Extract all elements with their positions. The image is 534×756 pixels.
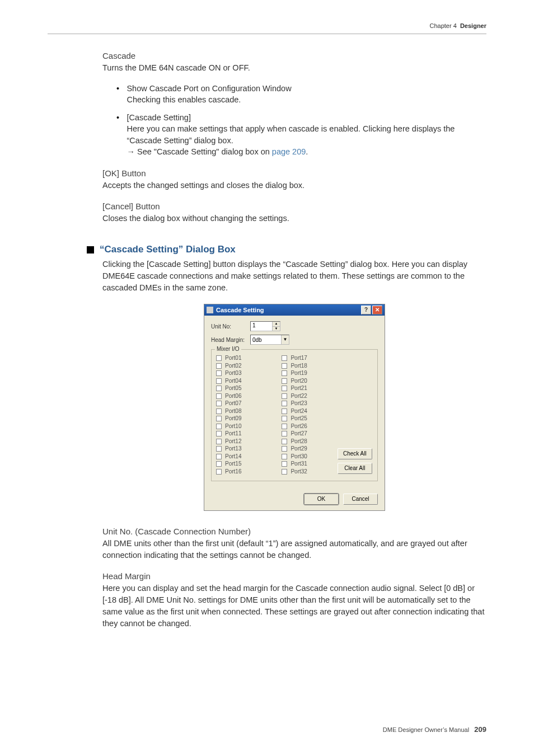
port-item[interactable]: Port27 <box>282 430 337 438</box>
cancel-button[interactable]: Cancel <box>343 494 378 505</box>
port-label: Port01 <box>225 354 241 362</box>
checkbox-icon[interactable] <box>216 461 222 467</box>
checkbox-icon[interactable] <box>216 469 222 475</box>
port-item[interactable]: Port11 <box>216 430 282 438</box>
checkbox-icon[interactable] <box>282 393 287 399</box>
port-item[interactable]: Port21 <box>282 384 337 392</box>
port-item[interactable]: Port22 <box>282 392 337 400</box>
checkbox-icon[interactable] <box>282 446 287 452</box>
check-all-button[interactable]: Check All <box>338 448 372 459</box>
head-margin-desc: Here you can display and set the head ma… <box>102 583 486 630</box>
port-item[interactable]: Port29 <box>282 445 337 453</box>
port-label: Port27 <box>291 430 307 438</box>
checkbox-icon[interactable] <box>282 408 287 414</box>
head-margin-label: Head Margin: <box>211 337 250 343</box>
footer-text: DME Designer Owner’s Manual <box>383 726 469 733</box>
port-item[interactable]: Port28 <box>282 438 337 445</box>
checkbox-icon[interactable] <box>282 355 287 361</box>
head-margin-combo[interactable]: 0db ▼ <box>250 335 289 345</box>
port-item[interactable]: Port32 <box>282 468 337 476</box>
checkbox-icon[interactable] <box>216 393 222 399</box>
unit-no-value[interactable]: 1 <box>251 322 272 331</box>
footer-page-number: 209 <box>474 725 486 734</box>
unit-no-heading: Unit No. (Cascade Connection Number) <box>102 527 486 536</box>
spin-up-icon[interactable]: ▲ <box>272 322 280 327</box>
port-item[interactable]: Port17 <box>282 354 337 362</box>
port-item[interactable]: Port07 <box>216 400 282 407</box>
cancel-heading: [Cancel] Button <box>102 201 486 211</box>
port-label: Port19 <box>291 369 307 377</box>
checkbox-icon[interactable] <box>282 416 287 421</box>
spin-down-icon[interactable]: ▼ <box>272 327 280 331</box>
checkbox-icon[interactable] <box>282 386 287 391</box>
dialog-app-icon <box>207 307 213 313</box>
port-item[interactable]: Port14 <box>216 453 282 461</box>
port-item[interactable]: Port02 <box>216 362 282 370</box>
checkbox-icon[interactable] <box>282 370 287 376</box>
port-item[interactable]: Port31 <box>282 460 337 468</box>
checkbox-icon[interactable] <box>282 431 287 436</box>
port-item[interactable]: Port09 <box>216 415 282 422</box>
bullet-icon: • <box>116 113 124 122</box>
port-label: Port07 <box>225 400 241 407</box>
port-label: Port08 <box>225 407 241 415</box>
port-item[interactable]: Port01 <box>216 354 282 362</box>
unit-no-spinner[interactable]: 1 ▲ ▼ <box>250 321 280 331</box>
port-item[interactable]: Port10 <box>216 422 282 430</box>
port-item[interactable]: Port16 <box>216 468 282 476</box>
bullet-icon: • <box>116 84 124 93</box>
unit-no-label: Unit No: <box>211 323 250 330</box>
clear-all-button[interactable]: Clear All <box>338 463 372 474</box>
port-label: Port20 <box>291 377 307 385</box>
port-item[interactable]: Port19 <box>282 369 337 377</box>
chevron-down-icon[interactable]: ▼ <box>281 335 289 344</box>
port-item[interactable]: Port30 <box>282 453 337 461</box>
checkbox-icon[interactable] <box>282 363 287 369</box>
checkbox-icon[interactable] <box>216 416 222 421</box>
checkbox-icon[interactable] <box>282 461 287 467</box>
checkbox-icon[interactable] <box>282 439 287 444</box>
port-label: Port18 <box>291 362 307 370</box>
port-label: Port29 <box>291 445 307 453</box>
dialog-titlebar: Cascade Setting ? ✕ <box>204 304 385 316</box>
checkbox-icon[interactable] <box>282 469 287 475</box>
ok-button[interactable]: OK <box>304 494 339 505</box>
checkbox-icon[interactable] <box>216 370 222 376</box>
checkbox-icon[interactable] <box>216 439 222 444</box>
port-item[interactable]: Port18 <box>282 362 337 370</box>
checkbox-icon[interactable] <box>216 408 222 414</box>
checkbox-icon[interactable] <box>216 386 222 391</box>
port-item[interactable]: Port08 <box>216 407 282 415</box>
port-item[interactable]: Port24 <box>282 407 337 415</box>
port-item[interactable]: Port03 <box>216 369 282 377</box>
port-item[interactable]: Port12 <box>216 438 282 445</box>
checkbox-icon[interactable] <box>216 454 222 459</box>
checkbox-icon[interactable] <box>216 446 222 452</box>
port-label: Port30 <box>291 453 307 461</box>
bullet-title-cascade-setting: [Cascade Setting] <box>127 113 474 122</box>
checkbox-icon[interactable] <box>216 424 222 429</box>
port-item[interactable]: Port20 <box>282 377 337 385</box>
checkbox-icon[interactable] <box>216 431 222 436</box>
page-link[interactable]: page 209 <box>272 147 306 156</box>
port-item[interactable]: Port13 <box>216 445 282 453</box>
close-button[interactable]: ✕ <box>372 306 382 314</box>
checkbox-icon[interactable] <box>282 378 287 384</box>
checkbox-icon[interactable] <box>216 401 222 406</box>
port-item[interactable]: Port25 <box>282 415 337 422</box>
port-label: Port04 <box>225 377 241 385</box>
checkbox-icon[interactable] <box>282 454 287 459</box>
checkbox-icon[interactable] <box>216 355 222 361</box>
port-item[interactable]: Port06 <box>216 392 282 400</box>
port-item[interactable]: Port26 <box>282 422 337 430</box>
help-button[interactable]: ? <box>361 306 371 314</box>
port-label: Port21 <box>291 384 307 392</box>
checkbox-icon[interactable] <box>216 378 222 384</box>
port-item[interactable]: Port23 <box>282 400 337 407</box>
port-item[interactable]: Port05 <box>216 384 282 392</box>
checkbox-icon[interactable] <box>282 401 287 406</box>
checkbox-icon[interactable] <box>216 363 222 369</box>
port-item[interactable]: Port04 <box>216 377 282 385</box>
checkbox-icon[interactable] <box>282 424 287 429</box>
port-item[interactable]: Port15 <box>216 460 282 468</box>
